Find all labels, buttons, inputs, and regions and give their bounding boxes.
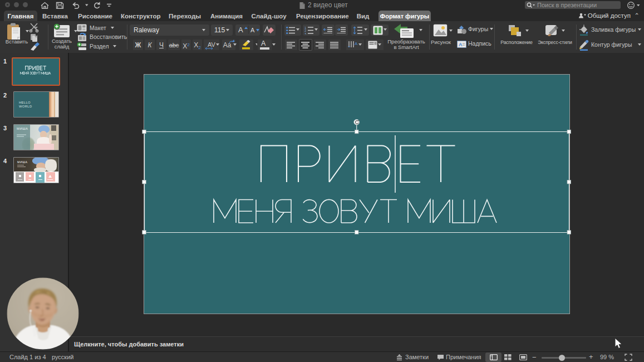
svg-text:A: A: [355, 41, 358, 46]
svg-text:A: A: [459, 42, 463, 47]
svg-text:3: 3: [304, 32, 306, 35]
